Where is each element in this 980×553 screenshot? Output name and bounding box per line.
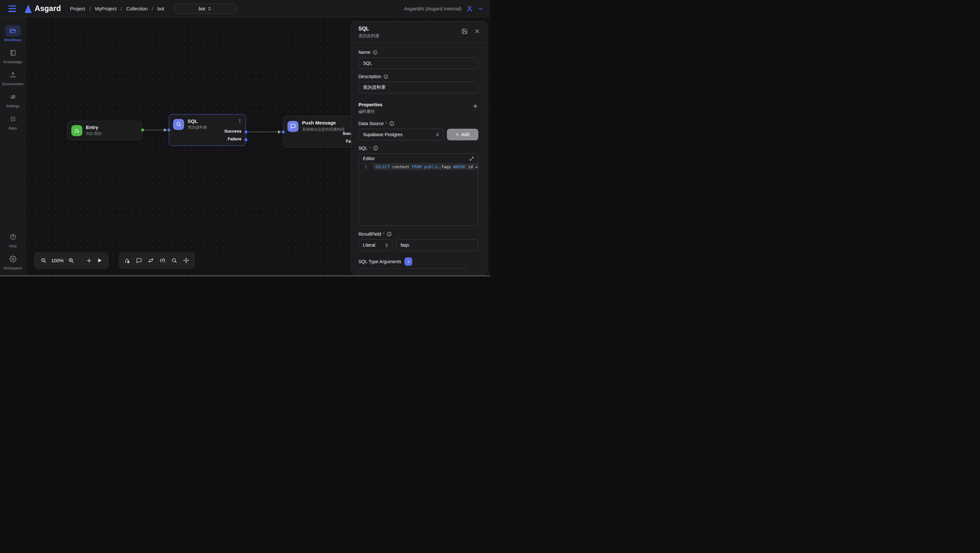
triangle-logo-icon	[25, 5, 32, 13]
sliders-icon	[10, 93, 16, 100]
entry-node-tool-icon[interactable]	[124, 257, 130, 264]
sql-label-row: SQL *	[358, 145, 478, 151]
result-field-label: ResultField	[358, 231, 381, 237]
sidebar-item-apps[interactable]: Apps	[0, 113, 25, 130]
panel-body: Name Description Properties 編輯屬性	[351, 43, 487, 275]
apps-grid-icon	[10, 116, 16, 122]
breadcrumb-separator: /	[152, 6, 153, 11]
panel-subtitle: 查詢資料庫	[358, 33, 380, 39]
node-subtitle: 查詢資料庫	[188, 125, 207, 130]
properties-subtitle: 編輯屬性	[358, 109, 382, 115]
user-icon[interactable]	[466, 5, 474, 13]
message-node-tool-icon[interactable]	[136, 257, 142, 264]
close-icon[interactable]	[474, 29, 480, 34]
chevron-down-icon[interactable]	[478, 6, 484, 12]
node-subtitle: 直接輸出訊息的回應內容	[302, 126, 345, 132]
result-field-mode-select[interactable]: Literal	[358, 239, 393, 251]
select-chevrons-icon	[385, 243, 388, 247]
plus-icon: +	[407, 259, 410, 264]
sidebar-item-label: Apps	[8, 126, 17, 130]
sql-label: SQL	[358, 145, 368, 151]
ai-bulb-tool-icon[interactable]	[159, 257, 166, 264]
description-label-row: Description	[358, 74, 478, 79]
sidebar-item-knowledge[interactable]: Knowledge	[0, 47, 25, 64]
sql-type-arguments-row: SQL Type Arguments +	[358, 257, 478, 266]
sidebar-item-label: Knowledge	[3, 60, 22, 64]
breadcrumb-bot[interactable]: bot	[158, 6, 164, 11]
add-sql-type-argument-button[interactable]: +	[404, 257, 412, 266]
node-config-panel: SQL 查詢資料庫 Name Description	[351, 21, 487, 275]
node-title: SQL	[188, 118, 207, 124]
node-menu-icon[interactable]	[237, 118, 242, 123]
panel-title: SQL	[358, 26, 380, 32]
sidebar-item-label: Settings	[6, 104, 20, 108]
info-icon[interactable]	[383, 74, 388, 79]
description-label: Description	[358, 74, 381, 79]
sidebar-item-label: Environment	[2, 82, 23, 86]
sql-editor-body[interactable]: 1 SELECT context FROM public.faqs WHERE …	[359, 164, 478, 225]
sidebar-item-label: Help	[9, 244, 17, 248]
run-icon[interactable]	[97, 258, 102, 263]
info-icon[interactable]	[387, 231, 392, 237]
workflow-select[interactable]: bot	[174, 3, 236, 14]
result-field-input[interactable]	[396, 239, 478, 251]
node-sql[interactable]: SQL 查詢資料庫 Success Failure	[169, 114, 246, 146]
port-label-success[interactable]: Success	[224, 129, 242, 134]
required-marker: *	[369, 145, 371, 151]
left-sidebar: Workflows Knowledge Environment Settings…	[0, 18, 26, 276]
node-entry[interactable]: Entry SQL查詢	[67, 121, 142, 140]
data-source-select[interactable]: Supabase Postgres	[358, 129, 443, 140]
sql-node-icon	[173, 119, 184, 130]
expand-icon[interactable]	[469, 156, 474, 161]
breadcrumb-collection[interactable]: Collection	[126, 6, 148, 11]
add-property-icon[interactable]	[472, 103, 478, 109]
node-title: Push Message	[302, 120, 345, 126]
info-icon[interactable]	[373, 50, 377, 55]
sidebar-item-environment[interactable]: Environment	[0, 69, 25, 86]
window-bottom-edge	[0, 275, 490, 276]
sidebar-item-workspace[interactable]: Workspace	[0, 253, 25, 270]
name-input[interactable]	[358, 57, 478, 69]
sidebar-item-help[interactable]: Help	[0, 231, 25, 248]
search-tool-icon[interactable]	[171, 257, 178, 264]
node-title: Entry	[86, 124, 102, 130]
add-button-label: Add	[461, 132, 469, 137]
port-label-failure[interactable]: Failure	[228, 137, 242, 141]
zoom-out-icon[interactable]	[40, 257, 47, 263]
breadcrumb-project[interactable]: Project	[70, 6, 85, 11]
sidebar-item-settings[interactable]: Settings	[0, 91, 25, 108]
select-chevrons-icon	[208, 6, 211, 11]
zoom-level: 100%	[51, 258, 64, 263]
sql-type-arguments-label: SQL Type Arguments	[358, 259, 401, 264]
result-field-mode: Literal	[363, 242, 375, 248]
top-navbar: Asgard Project / MyProject / Collection …	[0, 0, 490, 18]
app-window: Asgard Project / MyProject / Collection …	[0, 0, 490, 276]
data-source-label: Data Source	[358, 121, 384, 126]
breadcrumb-separator: /	[121, 6, 122, 11]
sql-code: SELECT context FROM public.faqs WHERE id…	[373, 164, 478, 170]
node-subtitle: SQL查詢	[86, 131, 102, 137]
swap-arrows-tool-icon[interactable]	[148, 257, 154, 264]
entry-node-icon	[71, 125, 82, 136]
sidebar-item-label: Workflows	[4, 38, 21, 42]
node-palette-toolbar	[119, 252, 195, 269]
sidebar-item-workflows[interactable]: Workflows	[0, 25, 25, 42]
zoom-in-icon[interactable]	[68, 257, 74, 263]
workflow-select-value: bot	[199, 6, 205, 11]
plus-icon: +	[456, 132, 459, 137]
add-icon[interactable]	[86, 257, 92, 264]
menu-icon[interactable]	[8, 5, 17, 12]
description-input[interactable]	[358, 82, 478, 93]
add-data-source-button[interactable]: + Add	[447, 129, 478, 140]
dispatch-diamond-tool-icon[interactable]	[183, 257, 189, 264]
editor-title: Editor	[363, 156, 375, 161]
info-icon[interactable]	[389, 121, 395, 126]
line-number: 1	[359, 164, 373, 170]
breadcrumb-myproject[interactable]: MyProject	[95, 6, 117, 11]
data-source-value: Supabase Postgres	[363, 132, 402, 137]
info-icon[interactable]	[373, 145, 378, 151]
save-icon[interactable]	[461, 28, 468, 34]
sql-type-argument-box[interactable]	[358, 268, 467, 275]
brand-logo[interactable]: Asgard	[25, 4, 61, 13]
code-line: 1 SELECT context FROM public.faqs WHERE …	[359, 164, 478, 170]
